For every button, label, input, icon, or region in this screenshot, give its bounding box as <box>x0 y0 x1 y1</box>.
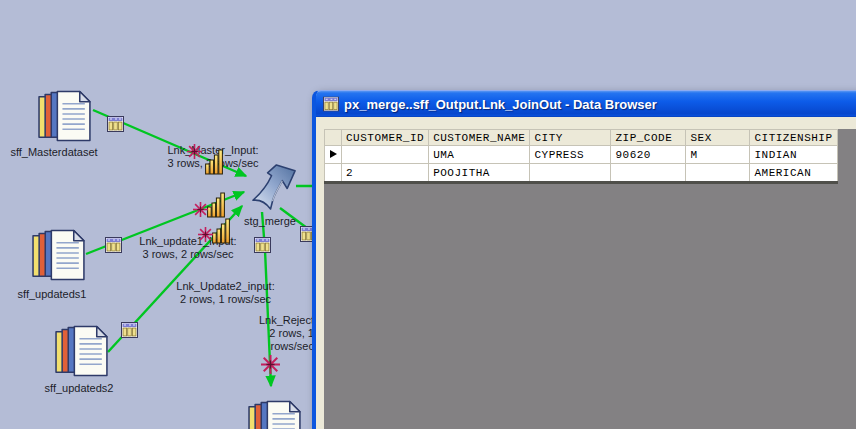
node-label-updateds1: sff_updateds1 <box>7 288 97 301</box>
table-row: 1 UMA CYPRESS 90620 M INDIAN <box>325 146 838 164</box>
dataset-node-reject-output[interactable] <box>247 400 304 429</box>
dataset-node-updateds1[interactable] <box>31 229 88 283</box>
column-header[interactable]: CUSTOMER_ID <box>342 130 429 146</box>
perf-stats-icon <box>212 218 231 244</box>
dataset-node-updateds2[interactable] <box>54 325 111 379</box>
cell[interactable]: M <box>686 146 750 164</box>
link-stats: 3 rows, 2 rows/sec <box>142 248 233 260</box>
node-label-master: sff_Masterdataset <box>8 146 100 159</box>
table-row: 2 POOJITHA AMERICAN <box>325 164 838 183</box>
link-metadata-icon <box>254 237 271 253</box>
cell[interactable] <box>611 164 686 183</box>
sparkle-icon <box>261 355 280 374</box>
data-browser-window: px_merge..sff_Output.Lnk_JoinOut - Data … <box>312 90 856 429</box>
grid-background-panel: CUSTOMER_ID CUSTOMER_NAME CITY ZIP_CODE … <box>324 129 856 429</box>
cell[interactable] <box>530 164 611 183</box>
row-selector[interactable] <box>325 146 342 164</box>
perf-stats-icon <box>207 192 226 218</box>
link-name: Lnk_Reject <box>259 314 314 326</box>
link-label-reject: Lnk_Reject 2 rows, 1 rows/sec <box>238 314 314 353</box>
cell[interactable]: CYPRESS <box>530 146 611 164</box>
cell[interactable] <box>686 164 750 183</box>
node-label-merge: stg_merge <box>235 215 305 228</box>
link-metadata-icon <box>121 322 138 338</box>
window-titlebar[interactable]: px_merge..sff_Output.Lnk_JoinOut - Data … <box>316 91 856 117</box>
window-table-icon <box>323 96 339 112</box>
link-name: Lnk_Update2_input: <box>176 280 274 292</box>
column-header[interactable]: CITIZENSHIP <box>750 130 837 146</box>
cell[interactable]: AMERICAN <box>750 164 837 183</box>
link-metadata-icon <box>107 116 124 132</box>
grid-header-row: CUSTOMER_ID CUSTOMER_NAME CITY ZIP_CODE … <box>325 130 838 146</box>
cell[interactable]: 2 <box>342 164 429 183</box>
cell[interactable]: INDIAN <box>750 146 837 164</box>
dataset-node-master[interactable] <box>37 90 94 144</box>
cell[interactable]: 1 <box>342 146 429 164</box>
row-selector[interactable] <box>325 164 342 183</box>
current-row-indicator <box>330 150 337 158</box>
sparkle-icon <box>187 144 202 159</box>
data-browser-client: CUSTOMER_ID CUSTOMER_NAME CITY ZIP_CODE … <box>316 118 856 429</box>
merge-stage-node[interactable] <box>246 163 299 212</box>
link-label-update2-input: Lnk_Update2_input: 2 rows, 1 rows/sec <box>168 280 283 306</box>
link-stats: rows/sec <box>271 340 314 352</box>
perf-stats-icon <box>205 149 224 175</box>
cell[interactable]: POOJITHA <box>429 164 530 183</box>
node-label-updateds2: sff_updateds2 <box>34 382 124 395</box>
column-header[interactable]: ZIP_CODE <box>611 130 686 146</box>
cell[interactable]: 90620 <box>611 146 686 164</box>
link-stats: 2 rows, 1 <box>269 327 314 339</box>
cell[interactable]: UMA <box>429 146 530 164</box>
row-selector-header <box>325 130 342 146</box>
link-metadata-icon <box>105 237 122 253</box>
column-header[interactable]: CUSTOMER_NAME <box>429 130 530 146</box>
data-grid: CUSTOMER_ID CUSTOMER_NAME CITY ZIP_CODE … <box>324 129 838 184</box>
column-header[interactable]: SEX <box>686 130 750 146</box>
column-header[interactable]: CITY <box>530 130 611 146</box>
sparkle-icon <box>198 227 213 242</box>
sparkle-icon <box>193 202 208 217</box>
link-stats: 2 rows, 1 rows/sec <box>180 293 271 305</box>
window-title: px_merge..sff_Output.Lnk_JoinOut - Data … <box>344 97 657 112</box>
